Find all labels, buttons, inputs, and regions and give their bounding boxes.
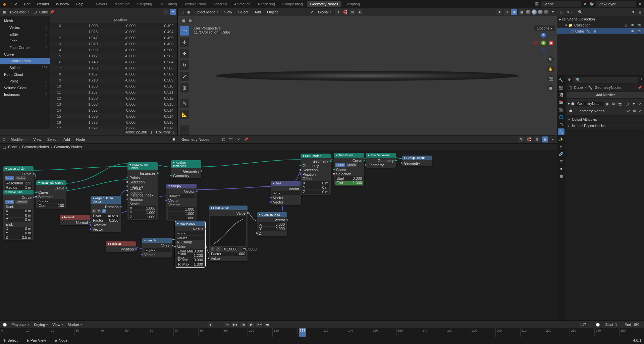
select-mode-toolsetting-icon[interactable]: ⊞	[187, 17, 193, 23]
keyframe-prev-icon[interactable]: ◆⏴	[232, 322, 238, 327]
chevron-down-icon[interactable]: ▾	[568, 102, 570, 106]
prop-tab-output[interactable]: 🖼	[558, 92, 565, 98]
rotate-tool[interactable]: ↻	[180, 60, 189, 70]
node-float-curve[interactable]: ▾ Float CurveValue⌂╱X1.0000Y0.5000Factor…	[209, 206, 248, 261]
geometry-nodetree-type-dropdown[interactable]: Modifier	[9, 136, 29, 142]
pivot-icon[interactable]: ⊙	[335, 9, 341, 15]
prop-tab-world[interactable]: 🌐	[558, 114, 565, 120]
pin-icon[interactable]: 📌	[637, 85, 642, 90]
measure-tool[interactable]: 📐	[180, 110, 189, 119]
snap-type-icon[interactable]: ⊞	[350, 9, 356, 15]
orientation-dropdown[interactable]: Global	[316, 9, 333, 15]
outliner-collection[interactable]: ▾ 📁Collection ☑ 👁 📷	[557, 22, 644, 28]
play-icon[interactable]: ▶	[248, 322, 254, 327]
props-search-input[interactable]	[573, 77, 638, 83]
node-position[interactable]: ▾ PositionPosition	[106, 241, 136, 252]
node-normal[interactable]: ▾ NormalNormal	[60, 215, 90, 225]
jump-start-icon[interactable]: ⏮	[224, 322, 230, 327]
outliner-new-collection-icon[interactable]: ⊞	[637, 9, 643, 15]
menu-file[interactable]: File	[9, 1, 20, 7]
node-trim-curve[interactable]: ▾ Trim CurveCurveFactorLengthCurveSelect…	[334, 153, 364, 186]
workspace-tab-texture-paint[interactable]: Texture Paint	[181, 1, 209, 7]
overlays-icon[interactable]: ◉	[511, 9, 517, 15]
node-menu-add[interactable]: Add	[61, 137, 73, 142]
preview-range-icon[interactable]: 🕐	[595, 322, 600, 327]
timeline-ruler[interactable]: 0102030405060708090100110120130140150160…	[0, 328, 644, 337]
domain-mesh[interactable]: Mesh	[0, 17, 50, 24]
nodetree-fake-user-icon[interactable]: 🛡	[228, 137, 234, 142]
outliner-display-mode[interactable]: ▾	[565, 9, 574, 15]
start-frame-field[interactable]: Start 1	[602, 322, 620, 328]
prop-tab-viewlayer[interactable]: 📚	[558, 99, 565, 106]
scene-name-field[interactable]: Scene	[541, 1, 581, 7]
xray-icon[interactable]: ▦	[519, 9, 525, 15]
node-align-euler-to-vector[interactable]: ▾ Align Euler to VectorRotationXYZPivotA…	[91, 196, 121, 232]
add-modifier-button[interactable]: Add Modifier	[567, 92, 644, 98]
workspace-tab-shading[interactable]: Shading	[210, 1, 230, 7]
node-combine-xyz[interactable]: ▾ Combine XYZVectorX0.000Y0.000Z	[257, 212, 287, 236]
output-attributes-panel[interactable]: Output Attributes	[567, 117, 644, 122]
navigation-gizmo[interactable]: X Y Z	[533, 33, 553, 53]
node-menu-view[interactable]: View	[31, 137, 44, 142]
workspace-tab-sculpting[interactable]: Sculpting	[133, 1, 155, 7]
mod-edit-icon[interactable]: ▦	[604, 101, 609, 106]
menu-window[interactable]: Window	[53, 1, 72, 7]
auto-keying-icon[interactable]: ●	[207, 322, 213, 328]
node-editor-canvas[interactable]: ▾ Curve CircleCurvePointsRadiusResolutio…	[0, 150, 557, 321]
prop-tab-render[interactable]: 📷	[558, 84, 565, 91]
prop-tab-material[interactable]: ●	[558, 165, 565, 172]
domain-spline[interactable]: Spline223	[0, 64, 50, 71]
modifier-name-input[interactable]	[576, 102, 603, 106]
transform-tool[interactable]: ⊞	[180, 83, 189, 93]
domain-volume-grids[interactable]: Volume Grids0	[0, 84, 50, 91]
prop-tab-data[interactable]: ▽	[558, 158, 565, 165]
filter-toggle-icon[interactable]: ↔	[163, 9, 169, 15]
mod-render-icon[interactable]: 📷	[618, 101, 623, 106]
domain-curve[interactable]: Curve	[0, 51, 50, 58]
proportional-icon[interactable]: ●	[357, 9, 363, 15]
domain-point[interactable]: Point0	[0, 78, 50, 84]
viewport-3d[interactable]: ▦ ⊞ Options ▾ ▭ ✛ ✥ ↻ ⤢ ⊞ ✎ 📐	[178, 16, 557, 135]
pin-node-icon[interactable]: 📌	[243, 137, 249, 142]
timeline-editor-icon[interactable]: 🕐	[2, 322, 7, 327]
prop-tab-tool[interactable]: 🔧	[558, 77, 565, 83]
add-workspace-btn[interactable]: +	[365, 1, 373, 7]
viewport-menu-add[interactable]: Add	[252, 9, 264, 15]
nodetree-unlink-icon[interactable]: ✕	[638, 108, 643, 113]
playhead[interactable]: 117	[299, 328, 306, 337]
timeline-menu-marker[interactable]: Marker	[66, 322, 84, 328]
domain-vertex[interactable]: Vertex0	[0, 24, 50, 31]
node-join-geometry[interactable]: ▾ Join GeometryGeometryGeometry	[366, 153, 396, 168]
mod-realtime-icon[interactable]: 🖥	[611, 101, 616, 106]
jump-end-icon[interactable]: ⏭	[264, 322, 270, 327]
visibility-icon[interactable]: 👁	[496, 9, 502, 15]
prop-tab-particles[interactable]: ✨	[558, 136, 565, 142]
annotate-tool[interactable]: ✎	[180, 99, 189, 108]
workspace-tab-rendering[interactable]: Rendering	[255, 1, 278, 7]
nodetree-browse-icon[interactable]: ▢	[221, 137, 226, 142]
node-parent-icon[interactable]: ↰	[518, 136, 524, 142]
spreadsheet-editor-icon[interactable]: ▦	[1, 9, 7, 15]
shading-wireframe-icon[interactable]	[526, 10, 531, 14]
viewport-editor-icon[interactable]: ⬚	[179, 9, 184, 15]
nodetree-name-field[interactable]: Geometry Nodes	[179, 136, 219, 142]
disable-icon[interactable]: 📷	[637, 22, 642, 28]
node-snap-icon[interactable]: 🧲	[526, 136, 532, 142]
menu-render[interactable]: Render	[35, 1, 52, 7]
domain-edge[interactable]: Edge0	[0, 31, 50, 38]
domain-instances[interactable]: Instances0	[0, 91, 50, 98]
domain-point-cloud[interactable]: Point Cloud	[0, 71, 50, 78]
add-cube-tool[interactable]: ⬚	[180, 125, 189, 135]
workspace-tab-geometry-nodes[interactable]: Geometry Nodes	[307, 1, 341, 7]
outliner-scene-collection[interactable]: ▸ 🗂Scene Collection	[557, 16, 644, 22]
shading-solid-icon[interactable]	[532, 10, 537, 14]
nodetree-new-icon[interactable]: ⊞	[632, 108, 637, 113]
gizmo-icon[interactable]: ⊕	[504, 9, 510, 15]
prop-tab-constraints[interactable]: 🔗	[558, 151, 565, 157]
prop-tab-texture[interactable]: ▦	[558, 173, 565, 179]
column-header[interactable]: position	[64, 17, 177, 22]
cursor-tool[interactable]: ✛	[180, 38, 189, 47]
workspace-tab-modeling[interactable]: Modeling	[111, 1, 133, 7]
internal-dependencies-panel[interactable]: Internal Dependencies	[567, 123, 644, 129]
viewport-menu-object[interactable]: Object	[264, 9, 280, 15]
